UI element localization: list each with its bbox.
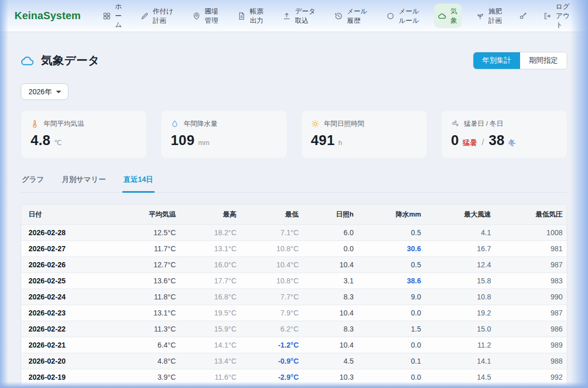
nav-item-planting-plan[interactable]: 作付け計画 [136, 4, 178, 28]
wind-cell: 19.2 [425, 305, 495, 321]
min-temp-cell: 7.7°C [241, 289, 303, 305]
max-temp-cell: 11.6°C [180, 369, 241, 385]
pressure-cell: 987 [495, 257, 567, 273]
max-temp-cell: 14.1°C [180, 337, 241, 353]
separator: / [482, 138, 484, 147]
pressure-cell: 989 [495, 337, 567, 353]
nav-item-logout[interactable]: ログアウト [539, 0, 575, 33]
col-rain: 降水mm [358, 205, 425, 225]
wind-cell: 15.8 [425, 273, 495, 289]
table-row: 2026-02-204.8°C13.4°C-0.9°C4.50.114.1988 [21, 353, 567, 369]
rain-cell: 9.0 [358, 289, 425, 305]
weather-table-wrap: 日付 平均気温 最高 最低 日照h 降水mm 最大風速 最低気圧 2026-02… [21, 204, 567, 385]
nav-item-fertilizer-plan[interactable]: 施肥計画 [472, 4, 507, 28]
nav-item-mail-history[interactable]: メール履歴 [330, 4, 372, 28]
max-temp-cell: 16.8°C [180, 289, 241, 305]
col-sunshine: 日照h [303, 205, 358, 225]
avg-temp-cell: 13.1°C [123, 305, 180, 321]
logout-icon [543, 12, 552, 20]
nav-item-key[interactable] [517, 9, 529, 23]
avg-temp-card: 年間平均気温 4.8 ℃ [21, 110, 147, 159]
sunshine-cell: 3.1 [303, 273, 358, 289]
max-temp-cell: 18.2°C [180, 225, 241, 241]
nav-label: データ取込 [295, 7, 316, 25]
pressure-cell: 990 [495, 289, 567, 305]
max-temp-cell: 15.9°C [180, 321, 241, 337]
min-temp-cell: 10.8°C [241, 273, 303, 289]
tab-last-14-days[interactable]: 直近14日 [122, 173, 155, 193]
date-cell: 2026-02-27 [21, 241, 123, 257]
date-cell: 2026-02-25 [21, 273, 123, 289]
rain-cell: 0.1 [358, 353, 425, 369]
sunshine-cell: 10.4 [303, 337, 358, 353]
nav-item-home[interactable]: ホーム [99, 0, 127, 33]
table-row: 2026-02-2612.7°C16.0°C10.4°C10.40.512.49… [21, 257, 567, 273]
avg-temp-cell: 12.5°C [123, 225, 180, 241]
rain-cell: 30.6 [358, 241, 425, 257]
wind-cell: 4.1 [425, 225, 495, 241]
period-select-button[interactable]: 期間指定 [520, 52, 567, 69]
sunshine-cell: 10.4 [303, 257, 358, 273]
table-row: 2026-02-2411.8°C16.8°C7.7°C8.39.010.8990 [21, 289, 567, 305]
page-title: 気象データ [41, 53, 100, 68]
hot-days-unit: 猛暑 [463, 138, 477, 148]
sunshine-cell: 8.3 [303, 289, 358, 305]
yearly-summary-button[interactable]: 年別集計 [473, 52, 520, 69]
avg-temp-cell: 11.8°C [123, 289, 180, 305]
wind-cell: 10.8 [425, 289, 495, 305]
table-row: 2026-02-2812.5°C18.2°C7.1°C6.00.54.11008 [21, 225, 567, 241]
stat-cards: 年間平均気温 4.8 ℃ 年間降水量 109 mm [21, 110, 567, 159]
stat-unit: ℃ [54, 139, 62, 147]
rain-cell: 1.5 [358, 321, 425, 337]
pressure-cell: 986 [495, 321, 567, 337]
wind-cell: 12.4 [425, 257, 495, 273]
tab-monthly-summary[interactable]: 月別サマリー [61, 173, 107, 193]
extreme-days-card: 猛暑日 / 冬日 0 猛暑 / 38 冬 [441, 110, 567, 159]
stat-value: 4.8 [31, 133, 50, 149]
wind-cell: 15.0 [425, 321, 495, 337]
wind-cell: 14.1 [425, 353, 495, 369]
stat-label: 猛暑日 / 冬日 [464, 119, 503, 128]
avg-temp-cell: 11.7°C [123, 241, 180, 257]
sunshine-cell: 8.3 [303, 321, 358, 337]
title-wrap: 気象データ [21, 53, 100, 68]
year-select[interactable]: 2026年 [21, 83, 68, 100]
rain-cell: 0.0 [358, 337, 425, 353]
max-temp-cell: 13.1°C [180, 241, 241, 257]
avg-temp-cell: 6.4°C [123, 337, 180, 353]
nav-item-field-management[interactable]: 圃場管理 [188, 4, 223, 28]
nav-item-data-import[interactable]: データ取込 [278, 4, 320, 28]
pressure-cell: 992 [495, 369, 567, 385]
history-icon [334, 12, 343, 20]
sunshine-cell: 6.0 [303, 225, 358, 241]
key-icon [519, 12, 527, 20]
table-row: 2026-02-2711.7°C13.1°C10.8°C0.030.616.79… [21, 241, 567, 257]
nav-label: 施肥計画 [488, 7, 503, 25]
col-max-temp: 最高 [180, 205, 241, 225]
tab-graph[interactable]: グラフ [21, 173, 45, 193]
weather-table-body: 2026-02-2812.5°C18.2°C7.1°C6.00.54.11008… [21, 225, 567, 385]
sun-icon [311, 120, 319, 128]
circle-icon [386, 12, 395, 20]
table-header-row: 日付 平均気温 最高 最低 日照h 降水mm 最大風速 最低気圧 [21, 205, 567, 225]
date-cell: 2026-02-28 [21, 225, 123, 241]
nav-item-weather[interactable]: 気象 [434, 4, 462, 28]
nav-item-report-output[interactable]: 帳票出力 [233, 4, 269, 28]
table-row: 2026-02-2313.1°C19.5°C7.9°C10.40.019.298… [21, 305, 567, 321]
brand-logo[interactable]: KeinaSystem [15, 10, 81, 22]
nav-items: ホーム 作付け計画 圃場管理 帳票出力 データ取込 [99, 0, 575, 33]
upload-icon [283, 12, 291, 20]
rain-cell: 38.6 [358, 273, 425, 289]
droplet-icon [171, 120, 179, 128]
wind-cell: 11.2 [425, 337, 495, 353]
nav-item-mail-rules[interactable]: メールルール [382, 4, 424, 28]
pressure-cell: 1008 [495, 225, 567, 241]
top-navigation: KeinaSystem ホーム 作付け計画 圃場管理 帳票出力 [0, 0, 588, 32]
date-cell: 2026-02-24 [21, 289, 123, 305]
sunshine-card: 年間日照時間 491 h [301, 110, 427, 159]
sunshine-cell: 10.4 [303, 305, 358, 321]
date-cell: 2026-02-19 [21, 369, 123, 385]
pressure-cell: 981 [495, 241, 567, 257]
nav-label: 帳票出力 [250, 7, 264, 25]
main-content: 気象データ 年別集計 期間指定 2026年 年間平均気温 4.8 ℃ [0, 52, 588, 385]
